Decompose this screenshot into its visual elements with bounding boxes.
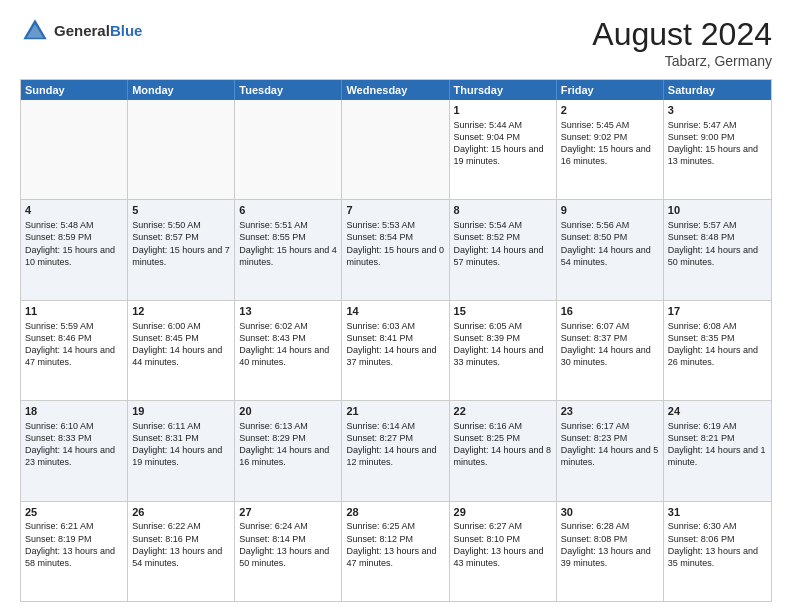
sunset-text: Sunset: 8:33 PM [25, 433, 92, 443]
sunset-text: Sunset: 8:12 PM [346, 534, 413, 544]
location: Tabarz, Germany [592, 53, 772, 69]
sunset-text: Sunset: 8:21 PM [668, 433, 735, 443]
calendar-body: 1Sunrise: 5:44 AMSunset: 9:04 PMDaylight… [21, 100, 771, 601]
sunset-text: Sunset: 8:54 PM [346, 232, 413, 242]
sunset-text: Sunset: 8:19 PM [25, 534, 92, 544]
sunrise-text: Sunrise: 6:25 AM [346, 521, 415, 531]
day-number: 5 [132, 203, 230, 218]
sunrise-text: Sunrise: 6:10 AM [25, 421, 94, 431]
sunset-text: Sunset: 8:27 PM [346, 433, 413, 443]
sunset-text: Sunset: 8:23 PM [561, 433, 628, 443]
calendar-cell [342, 100, 449, 199]
calendar-cell: 15Sunrise: 6:05 AMSunset: 8:39 PMDayligh… [450, 301, 557, 400]
daylight-text: Daylight: 14 hours and 23 minutes. [25, 445, 115, 467]
calendar-cell [128, 100, 235, 199]
calendar-cell: 25Sunrise: 6:21 AMSunset: 8:19 PMDayligh… [21, 502, 128, 601]
daylight-text: Daylight: 14 hours and 57 minutes. [454, 245, 544, 267]
day-number: 15 [454, 304, 552, 319]
sunrise-text: Sunrise: 6:11 AM [132, 421, 201, 431]
calendar-row: 11Sunrise: 5:59 AMSunset: 8:46 PMDayligh… [21, 301, 771, 401]
day-number: 10 [668, 203, 767, 218]
day-number: 9 [561, 203, 659, 218]
day-number: 6 [239, 203, 337, 218]
day-number: 20 [239, 404, 337, 419]
daylight-text: Daylight: 13 hours and 58 minutes. [25, 546, 115, 568]
sunset-text: Sunset: 9:04 PM [454, 132, 521, 142]
sunrise-text: Sunrise: 5:48 AM [25, 220, 94, 230]
daylight-text: Daylight: 14 hours and 5 minutes. [561, 445, 659, 467]
day-number: 7 [346, 203, 444, 218]
sunset-text: Sunset: 8:48 PM [668, 232, 735, 242]
sunset-text: Sunset: 8:39 PM [454, 333, 521, 343]
sunset-text: Sunset: 8:52 PM [454, 232, 521, 242]
day-number: 27 [239, 505, 337, 520]
day-header-sunday: Sunday [21, 80, 128, 100]
sunset-text: Sunset: 8:41 PM [346, 333, 413, 343]
sunset-text: Sunset: 8:16 PM [132, 534, 199, 544]
sunrise-text: Sunrise: 6:17 AM [561, 421, 630, 431]
day-header-thursday: Thursday [450, 80, 557, 100]
day-number: 1 [454, 103, 552, 118]
daylight-text: Daylight: 14 hours and 37 minutes. [346, 345, 436, 367]
calendar-cell: 28Sunrise: 6:25 AMSunset: 8:12 PMDayligh… [342, 502, 449, 601]
calendar-cell: 26Sunrise: 6:22 AMSunset: 8:16 PMDayligh… [128, 502, 235, 601]
calendar-cell: 7Sunrise: 5:53 AMSunset: 8:54 PMDaylight… [342, 200, 449, 299]
sunrise-text: Sunrise: 6:19 AM [668, 421, 737, 431]
sunrise-text: Sunrise: 6:05 AM [454, 321, 523, 331]
day-number: 29 [454, 505, 552, 520]
sunrise-text: Sunrise: 5:53 AM [346, 220, 415, 230]
calendar-cell: 18Sunrise: 6:10 AMSunset: 8:33 PMDayligh… [21, 401, 128, 500]
logo-text: GeneralBlue [54, 23, 142, 40]
sunrise-text: Sunrise: 5:54 AM [454, 220, 523, 230]
sunset-text: Sunset: 8:57 PM [132, 232, 199, 242]
logo-icon [20, 16, 50, 46]
sunrise-text: Sunrise: 6:07 AM [561, 321, 630, 331]
day-number: 13 [239, 304, 337, 319]
daylight-text: Daylight: 13 hours and 39 minutes. [561, 546, 651, 568]
daylight-text: Daylight: 14 hours and 47 minutes. [25, 345, 115, 367]
sunrise-text: Sunrise: 5:44 AM [454, 120, 523, 130]
day-number: 18 [25, 404, 123, 419]
sunrise-text: Sunrise: 6:21 AM [25, 521, 94, 531]
day-number: 2 [561, 103, 659, 118]
sunset-text: Sunset: 8:37 PM [561, 333, 628, 343]
daylight-text: Daylight: 13 hours and 47 minutes. [346, 546, 436, 568]
month-title: August 2024 [592, 16, 772, 53]
calendar-cell: 4Sunrise: 5:48 AMSunset: 8:59 PMDaylight… [21, 200, 128, 299]
daylight-text: Daylight: 13 hours and 54 minutes. [132, 546, 222, 568]
calendar-cell: 3Sunrise: 5:47 AMSunset: 9:00 PMDaylight… [664, 100, 771, 199]
daylight-text: Daylight: 14 hours and 50 minutes. [668, 245, 758, 267]
sunrise-text: Sunrise: 6:28 AM [561, 521, 630, 531]
day-number: 12 [132, 304, 230, 319]
day-header-tuesday: Tuesday [235, 80, 342, 100]
calendar-cell: 31Sunrise: 6:30 AMSunset: 8:06 PMDayligh… [664, 502, 771, 601]
daylight-text: Daylight: 14 hours and 30 minutes. [561, 345, 651, 367]
sunrise-text: Sunrise: 5:59 AM [25, 321, 94, 331]
sunset-text: Sunset: 9:02 PM [561, 132, 628, 142]
sunrise-text: Sunrise: 5:45 AM [561, 120, 630, 130]
daylight-text: Daylight: 14 hours and 26 minutes. [668, 345, 758, 367]
daylight-text: Daylight: 13 hours and 35 minutes. [668, 546, 758, 568]
calendar-row: 18Sunrise: 6:10 AMSunset: 8:33 PMDayligh… [21, 401, 771, 501]
day-number: 23 [561, 404, 659, 419]
daylight-text: Daylight: 15 hours and 4 minutes. [239, 245, 337, 267]
day-number: 30 [561, 505, 659, 520]
calendar-cell: 20Sunrise: 6:13 AMSunset: 8:29 PMDayligh… [235, 401, 342, 500]
calendar-cell: 13Sunrise: 6:02 AMSunset: 8:43 PMDayligh… [235, 301, 342, 400]
calendar-cell: 30Sunrise: 6:28 AMSunset: 8:08 PMDayligh… [557, 502, 664, 601]
day-header-friday: Friday [557, 80, 664, 100]
day-number: 24 [668, 404, 767, 419]
sunset-text: Sunset: 8:25 PM [454, 433, 521, 443]
day-number: 25 [25, 505, 123, 520]
daylight-text: Daylight: 14 hours and 12 minutes. [346, 445, 436, 467]
day-number: 17 [668, 304, 767, 319]
calendar-header: SundayMondayTuesdayWednesdayThursdayFrid… [21, 80, 771, 100]
sunset-text: Sunset: 8:50 PM [561, 232, 628, 242]
sunset-text: Sunset: 8:45 PM [132, 333, 199, 343]
calendar-cell: 5Sunrise: 5:50 AMSunset: 8:57 PMDaylight… [128, 200, 235, 299]
daylight-text: Daylight: 15 hours and 0 minutes. [346, 245, 444, 267]
daylight-text: Daylight: 15 hours and 13 minutes. [668, 144, 758, 166]
calendar: SundayMondayTuesdayWednesdayThursdayFrid… [20, 79, 772, 602]
calendar-cell: 21Sunrise: 6:14 AMSunset: 8:27 PMDayligh… [342, 401, 449, 500]
sunrise-text: Sunrise: 6:24 AM [239, 521, 308, 531]
